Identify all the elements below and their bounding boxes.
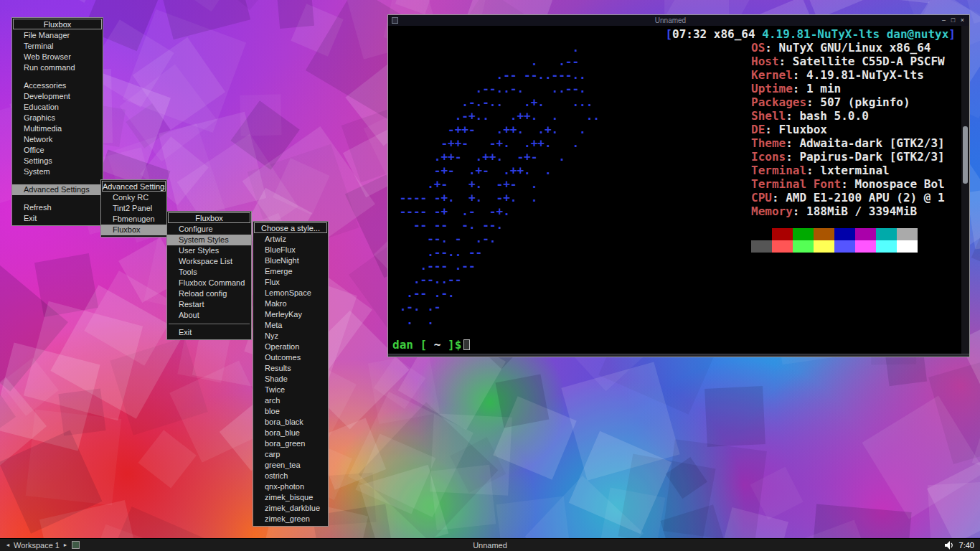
menu-item-accessories[interactable]: Accessories	[12, 80, 103, 91]
menu-item-file-manager[interactable]: File Manager	[12, 30, 103, 41]
terminal-scrollbar[interactable]	[961, 26, 969, 354]
info-label: Memory	[751, 204, 793, 218]
info-line: Icons: Papirus-Dark [GTK2/3]	[751, 150, 945, 164]
menu-item-bora-black[interactable]: bora_black	[253, 417, 328, 428]
menu-item-office[interactable]: Office	[12, 145, 103, 156]
menu-item-fluxbox-command[interactable]: Fluxbox Command	[167, 278, 251, 288]
window-resize-handle[interactable]	[388, 354, 969, 357]
palette-swatch	[751, 228, 772, 240]
menu-item-blueflux[interactable]: BlueFlux	[253, 245, 328, 255]
styles-menu: Choose a style...ArtwizBlueFluxBlueNight…	[253, 221, 329, 527]
info-value: NuTyX GNU/Linux x86_64	[779, 41, 931, 55]
menu-item-bora-green[interactable]: bora_green	[253, 438, 328, 449]
menu-item-fbmenugen[interactable]: Fbmenugen	[101, 214, 166, 225]
workspace-prev-icon[interactable]: ◄	[4, 542, 11, 547]
menu-item-exit[interactable]: Exit	[167, 327, 251, 338]
menu-item-configure[interactable]: Configure	[167, 224, 251, 235]
menu-item-network[interactable]: Network	[12, 134, 103, 145]
text-segment: ~	[434, 338, 441, 352]
palette-swatch	[834, 228, 855, 240]
maximize-icon[interactable]: □	[948, 16, 958, 25]
menu-item-user-styles[interactable]: User Styles	[167, 245, 251, 256]
menu-item-green-tea[interactable]: green_tea	[253, 460, 328, 471]
menu-item-lemonspace[interactable]: LemonSpace	[253, 288, 328, 298]
menu-item-zimek-darkblue[interactable]: zimek_darkblue	[253, 503, 328, 514]
palette-swatch	[897, 228, 918, 240]
wallpaper-square	[323, 473, 376, 526]
info-label: Uptime	[751, 82, 793, 95]
menu-item-multimedia[interactable]: Multimedia	[12, 123, 103, 134]
menu-item-zimek-green[interactable]: zimek_green	[253, 514, 328, 524]
menu-item-zimek-bisque[interactable]: zimek_bisque	[253, 492, 328, 503]
menu-item-advanced-settings[interactable]: Advanced Settings	[12, 184, 103, 195]
menu-item-restart[interactable]: Restart	[167, 299, 251, 310]
menu-item-bora-blue[interactable]: bora_blue	[253, 428, 328, 438]
menu-item-twice[interactable]: Twice	[253, 385, 328, 395]
wallpaper-square	[495, 374, 549, 428]
menu-item-system[interactable]: System	[12, 166, 103, 177]
menu-item-ostrich[interactable]: ostrich	[253, 471, 328, 481]
menu-title: Choose a style...	[254, 222, 327, 233]
taskbar-window-button[interactable]: Unnamed	[473, 541, 507, 550]
info-value: 507 (pkginfo)	[820, 95, 910, 109]
terminal-app-icon	[392, 17, 398, 24]
info-line: Memory: 188MiB / 3394MiB	[751, 204, 945, 218]
menu-item-conky-rc[interactable]: Conky RC	[101, 192, 166, 203]
menu-item-tools[interactable]: Tools	[167, 267, 251, 278]
taskbar-app-icon[interactable]	[72, 541, 80, 549]
wallpaper-square	[928, 482, 980, 540]
menu-item-terminal[interactable]: Terminal	[12, 41, 103, 52]
palette-swatch	[855, 228, 876, 240]
volume-icon[interactable]	[945, 541, 955, 550]
menu-item-tint2-panel[interactable]: Tint2 Panel	[101, 203, 166, 214]
menu-item-refresh[interactable]: Refresh	[12, 202, 103, 213]
menu-item-operation[interactable]: Operation	[253, 342, 328, 352]
menu-item-artwiz[interactable]: Artwiz	[253, 234, 328, 245]
close-icon[interactable]: ×	[958, 16, 967, 25]
scrollbar-thumb[interactable]	[963, 126, 968, 184]
info-line: OS: NuTyX GNU/Linux x86_64	[751, 41, 945, 55]
menu-item-about[interactable]: About	[167, 310, 251, 321]
menu-item-bluenight[interactable]: BlueNight	[253, 255, 328, 266]
menu-item-makro[interactable]: Makro	[253, 298, 328, 309]
menu-item-workspace-list[interactable]: Workspace List	[167, 256, 251, 267]
menu-item-development[interactable]: Development	[12, 91, 103, 102]
taskbar-tray: 7:40	[945, 541, 974, 550]
menu-item-fluxbox[interactable]: Fluxbox	[101, 225, 166, 235]
menu-item-emerge[interactable]: Emerge	[253, 266, 328, 277]
palette-swatch	[897, 240, 918, 253]
menu-item-reload-config[interactable]: Reload config	[167, 288, 251, 299]
menu-item-shade[interactable]: Shade	[253, 374, 328, 385]
text-segment: dan@nutyx	[887, 27, 949, 41]
info-value: 188MiB / 3394MiB	[806, 204, 917, 218]
menu-item-nyz[interactable]: Nyz	[253, 331, 328, 342]
workspace-next-icon[interactable]: ►	[62, 542, 69, 547]
minimize-icon[interactable]: –	[939, 16, 948, 25]
menu-item-results[interactable]: Results	[253, 363, 328, 374]
menu-item-settings[interactable]: Settings	[12, 156, 103, 166]
menu-item-meta[interactable]: Meta	[253, 320, 328, 331]
terminal-cursor	[463, 339, 470, 350]
terminal-screen[interactable]: [07:32 x86_64 4.19.81-NuTyX-lts dan@nuty…	[388, 26, 961, 354]
menu-title: Advanced Settings	[102, 181, 166, 192]
menu-item-bloe[interactable]: bloe	[253, 406, 328, 417]
info-value: bash 5.0.0	[799, 109, 868, 123]
terminal-titlebar[interactable]: Unnamed – □ ×	[388, 15, 969, 26]
menu-item-exit[interactable]: Exit	[12, 213, 103, 224]
menu-item-carp[interactable]: carp	[253, 449, 328, 460]
info-line: Terminal: lxterminal	[751, 164, 945, 177]
workspace-label[interactable]: Workspace 1	[14, 541, 60, 550]
menu-item-education[interactable]: Education	[12, 102, 103, 113]
menu-item-flux[interactable]: Flux	[253, 277, 328, 288]
menu-item-arch[interactable]: arch	[253, 395, 328, 406]
menu-item-merleykay[interactable]: MerleyKay	[253, 309, 328, 320]
menu-item-qnx-photon[interactable]: qnx-photon	[253, 481, 328, 492]
menu-item-web-browser[interactable]: Web Browser	[12, 52, 103, 62]
menu-item-outcomes[interactable]: Outcomes	[253, 352, 328, 363]
nutyx-ascii-logo: . . .-- .-- --..---.. .--..-. ..--. .-.-…	[392, 41, 600, 327]
menu-item-system-styles[interactable]: System Styles	[167, 235, 251, 245]
menu-item-graphics[interactable]: Graphics	[12, 113, 103, 123]
text-segment: [	[665, 27, 672, 41]
wallpaper-square	[240, 95, 281, 136]
menu-item-run-command[interactable]: Run command	[12, 62, 103, 73]
